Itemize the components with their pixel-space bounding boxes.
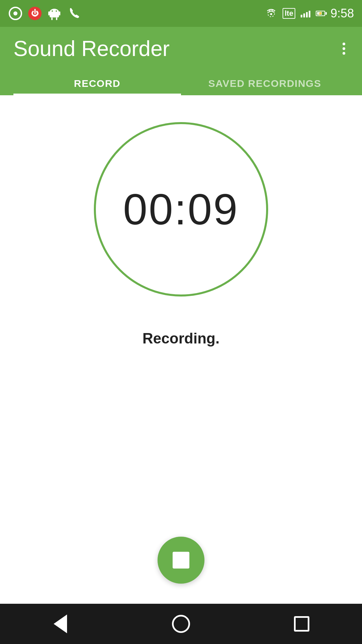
status-bar-left-icons: ⏻: [8, 6, 81, 21]
tab-record[interactable]: RECORD: [13, 71, 181, 95]
svg-rect-3: [59, 11, 60, 15]
vinyl-icon: [8, 6, 23, 21]
bottom-nav: [0, 604, 362, 644]
svg-rect-4: [51, 17, 53, 20]
lte-badge: lte: [283, 8, 295, 19]
status-time: 9:58: [330, 6, 354, 20]
power-icon: ⏻: [27, 6, 42, 21]
svg-rect-5: [56, 17, 57, 20]
main-content: 00:09 Recording.: [0, 95, 362, 604]
recording-status: Recording.: [142, 330, 220, 347]
recents-button[interactable]: [288, 610, 315, 637]
svg-point-10: [270, 13, 272, 15]
svg-line-9: [56, 7, 58, 9]
tabs-container: RECORD SAVED RECORDINGS: [13, 71, 349, 95]
stop-button-area: [158, 537, 204, 584]
back-button[interactable]: [47, 610, 74, 637]
battery-icon: ⚡: [316, 11, 325, 16]
back-icon: [54, 614, 67, 633]
app-title-row: Sound Recorder: [13, 36, 349, 61]
stop-button[interactable]: [158, 537, 204, 584]
tab-saved-recordings[interactable]: SAVED RECORDINGS: [181, 71, 349, 95]
svg-rect-2: [48, 11, 50, 15]
svg-point-6: [52, 10, 53, 12]
app-header: Sound Recorder RECORD SAVED RECORDINGS: [0, 27, 362, 95]
status-bar-right-icons: lte ⚡ 9:58: [265, 6, 354, 20]
svg-point-7: [56, 10, 57, 12]
home-button[interactable]: [168, 610, 194, 637]
svg-rect-1: [50, 12, 59, 17]
stop-icon: [173, 552, 189, 569]
phone-icon: [66, 6, 81, 21]
home-icon: [172, 615, 190, 633]
timer-display: 00:09: [123, 184, 239, 234]
status-bar: ⏻: [0, 0, 362, 27]
signal-bars-icon: [301, 9, 310, 17]
wifi-icon: [265, 7, 277, 19]
recents-icon: [294, 616, 309, 632]
more-options-button[interactable]: [339, 39, 349, 58]
svg-line-8: [51, 7, 52, 9]
timer-circle: 00:09: [94, 122, 268, 297]
android-icon: [47, 6, 62, 21]
app-title: Sound Recorder: [13, 36, 170, 61]
